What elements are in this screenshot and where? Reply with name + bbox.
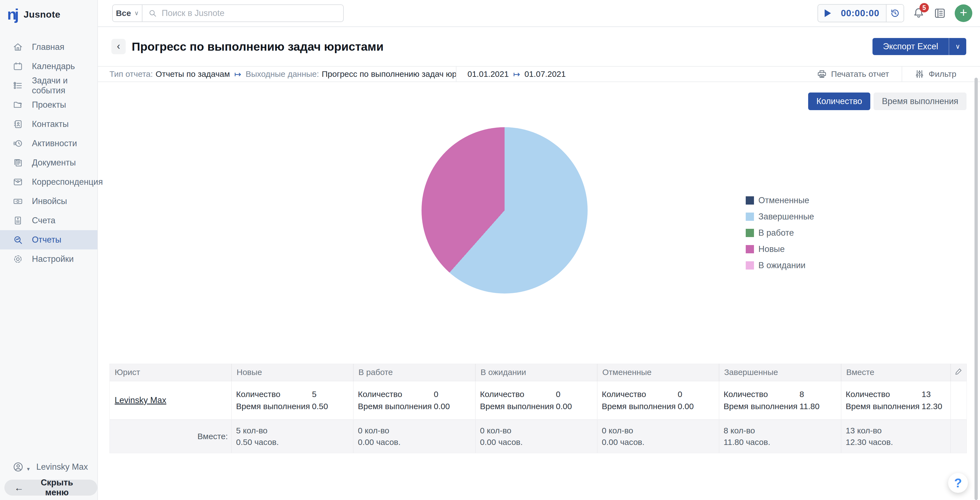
date-to: 01.07.2021 bbox=[524, 69, 566, 79]
time-label: Время выполнения bbox=[724, 400, 800, 412]
sidebar-item-invoices[interactable]: Инвойсы bbox=[0, 192, 97, 211]
total-qty: 0 кол-во bbox=[476, 425, 597, 436]
total-time: 11.80 часов. bbox=[719, 436, 841, 448]
sidebar-item-settings[interactable]: Настройки bbox=[0, 249, 97, 269]
legend-label: В работе bbox=[758, 228, 794, 238]
col-completed: Завершенные bbox=[719, 364, 841, 381]
notifications-button[interactable]: 5 bbox=[912, 6, 925, 20]
filter-label: Фильтр bbox=[929, 69, 956, 79]
col-cancelled: Отмененные bbox=[597, 364, 719, 381]
sidebar-item-label: Настройки bbox=[32, 254, 74, 264]
tab-quantity-label: Количество bbox=[816, 96, 862, 106]
notifications-badge: 5 bbox=[920, 3, 929, 13]
tab-execution-time-label: Время выполнения bbox=[882, 96, 958, 106]
play-icon bbox=[825, 10, 831, 17]
chevron-down-icon: ∨ bbox=[955, 43, 960, 50]
back-button[interactable]: ‹ bbox=[111, 39, 126, 54]
col-in-progress: В работе bbox=[353, 364, 476, 381]
filter-button[interactable]: Фильтр bbox=[902, 67, 956, 81]
documents-icon bbox=[13, 158, 23, 168]
time-value: 12.30 bbox=[922, 400, 942, 412]
legend-swatch bbox=[746, 245, 754, 253]
jusnote-logo-icon: nj bbox=[7, 5, 19, 23]
sidebar-item-label: Главная bbox=[32, 42, 64, 52]
scrollbar-thumb[interactable] bbox=[975, 78, 978, 500]
timer-value: 00:00:00 bbox=[841, 8, 879, 18]
create-new-button[interactable]: + bbox=[955, 5, 972, 22]
timer-start-button[interactable]: 00:00:00 bbox=[818, 5, 886, 22]
pie-chart[interactable] bbox=[422, 127, 588, 294]
search-scope-dropdown[interactable]: Все ∨ bbox=[113, 5, 142, 21]
legend-swatch bbox=[746, 261, 754, 270]
tab-quantity[interactable]: Количество bbox=[808, 93, 870, 110]
legend-label: В ожидании bbox=[758, 260, 805, 270]
total-qty: 8 кол-во bbox=[719, 425, 841, 436]
projects-folder-icon bbox=[13, 100, 23, 110]
user-caret-icon: ▾ bbox=[27, 466, 30, 472]
export-excel-button[interactable]: Экспорт Excel ∨ bbox=[872, 38, 966, 55]
search-icon bbox=[148, 9, 157, 18]
activity-clock-icon bbox=[13, 138, 23, 149]
time-label: Время выполнения bbox=[602, 400, 678, 412]
report-type-value: Отчеты по задачам bbox=[156, 69, 230, 79]
legend-item-new[interactable]: Новые bbox=[746, 244, 814, 254]
time-value: 0.00 bbox=[556, 400, 572, 412]
time-value: 0.50 bbox=[312, 400, 328, 412]
legend-swatch bbox=[746, 212, 754, 221]
sidebar-item-bills[interactable]: Счета bbox=[0, 211, 97, 230]
edit-columns-button[interactable] bbox=[951, 364, 967, 381]
task-list-icon bbox=[13, 80, 23, 91]
report-content: Количество Время выполнения Отмененные З… bbox=[98, 82, 980, 500]
legend-item-in-progress[interactable]: В работе bbox=[746, 228, 814, 238]
lawyer-link[interactable]: Levinsky Max bbox=[115, 395, 166, 405]
table-row: Levinsky Max Количество5 Время выполнени… bbox=[110, 381, 967, 420]
app-root: nj Jusnote Главная Календарь Задачи и со… bbox=[0, 0, 980, 500]
sidebar-item-label: Отчеты bbox=[32, 235, 61, 245]
lawyers-progress-table: Юрист Новые В работе В ожидании Отмененн… bbox=[110, 364, 967, 453]
time-label: Время выполнения bbox=[236, 400, 312, 412]
sidebar-item-contacts[interactable]: Контакты bbox=[0, 115, 97, 134]
legend-item-completed[interactable]: Завершенные bbox=[746, 212, 814, 222]
sidebar-item-tasks[interactable]: Задачи и события bbox=[0, 76, 97, 95]
export-options-dropdown[interactable]: ∨ bbox=[949, 38, 966, 55]
print-report-button[interactable]: Печатать отчет bbox=[805, 67, 902, 81]
sidebar-item-calendar[interactable]: Календарь bbox=[0, 57, 97, 76]
page-title: Прогресс по выполнению задач юристами bbox=[132, 40, 383, 53]
total-qty: 0 кол-во bbox=[598, 425, 719, 436]
legend-item-pending[interactable]: В ожидании bbox=[746, 260, 814, 270]
sidebar-item-reports[interactable]: Отчеты bbox=[0, 230, 97, 249]
report-params: Тип отчета: Отчеты по задачам ↦ Выходные… bbox=[98, 69, 456, 79]
timer-history-button[interactable] bbox=[886, 5, 904, 22]
sidebar-item-label: Контакты bbox=[32, 119, 69, 129]
logo-text: Jusnote bbox=[24, 9, 60, 20]
help-button[interactable]: ? bbox=[948, 473, 968, 493]
main-area: Все ∨ 00:00:00 bbox=[98, 0, 980, 500]
sidebar-item-projects[interactable]: Проекты bbox=[0, 95, 97, 115]
range-arrow-icon: ↦ bbox=[513, 69, 520, 79]
legend-item-cancelled[interactable]: Отмененные bbox=[746, 195, 814, 205]
legend-label: Новые bbox=[758, 244, 785, 254]
output-data-label: Выходные данные: bbox=[245, 69, 319, 79]
user-menu[interactable]: ▾ Levinsky Max bbox=[13, 462, 88, 473]
total-qty: 5 кол-во bbox=[232, 425, 353, 436]
date-range-picker[interactable]: 01.01.2021 ↦ 01.07.2021 bbox=[456, 67, 566, 81]
qty-label: Количество bbox=[602, 388, 678, 400]
time-value: 0.00 bbox=[678, 400, 694, 412]
qty-label: Количество bbox=[480, 388, 556, 400]
sidebar-item-mail[interactable]: Корреспонденция bbox=[0, 173, 97, 192]
collapse-menu-button[interactable]: ← Скрыть меню bbox=[5, 479, 97, 495]
tab-execution-time[interactable]: Время выполнения bbox=[873, 93, 967, 110]
sidebar-item-label: Задачи и события bbox=[32, 76, 97, 96]
sidebar-item-activities[interactable]: Активности bbox=[0, 134, 97, 153]
search-input[interactable] bbox=[161, 8, 343, 18]
legend-label: Отмененные bbox=[758, 195, 809, 205]
app-logo[interactable]: nj Jusnote bbox=[0, 0, 97, 23]
sidebar-item-home[interactable]: Главная bbox=[0, 37, 97, 57]
qty-label: Количество bbox=[358, 388, 434, 400]
sidebar-item-documents[interactable]: Документы bbox=[0, 153, 97, 173]
clock-history-icon bbox=[890, 8, 900, 18]
news-feed-button[interactable] bbox=[933, 6, 947, 20]
legend-swatch bbox=[746, 229, 754, 237]
time-tracker-widget: 00:00:00 bbox=[818, 4, 904, 22]
search-field bbox=[142, 8, 343, 18]
